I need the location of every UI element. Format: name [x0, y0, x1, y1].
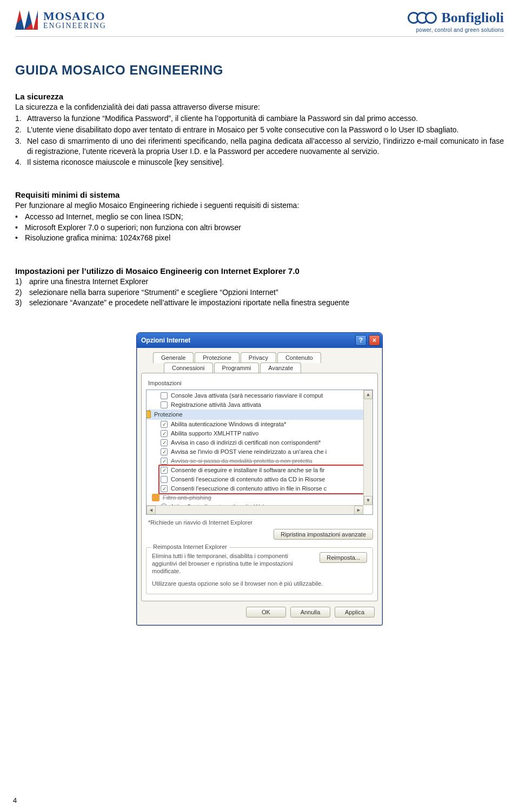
- logo-line2: ENGINEERING: [43, 22, 107, 30]
- cancel-button[interactable]: Annulla: [290, 607, 330, 618]
- apply-button[interactable]: Applica: [335, 607, 375, 618]
- tab-protezione[interactable]: Protezione: [195, 352, 239, 363]
- list-item[interactable]: Consenti l'esecuzione di contenuto attiv…: [161, 484, 370, 493]
- requirements-item: Risoluzione grafica minima: 1024x768 pix…: [15, 233, 504, 244]
- section-requirements: Requisiti minimi di sistema Per funziona…: [15, 190, 504, 244]
- reset-legend: Reimposta Internet Explorer: [151, 543, 229, 550]
- security-item-1: Attraverso la funzione “Modifica Passwor…: [27, 113, 504, 124]
- bonfiglioli-rings-icon: [411, 12, 437, 24]
- requirements-lead: Per funzionare al meglio Mosaico Enginee…: [15, 200, 504, 211]
- tab-contenuto[interactable]: Contenuto: [277, 352, 321, 363]
- list-item[interactable]: Console Java attivata (sarà necessario r…: [161, 391, 370, 400]
- close-button[interactable]: ×: [369, 335, 380, 346]
- settings-group-label: Impostazioni: [148, 380, 373, 386]
- section-security: La sicurezza La sicurezza e la confidenz…: [15, 92, 504, 167]
- scroll-right-icon[interactable]: ►: [354, 506, 363, 515]
- requirements-item: Accesso ad Internet, meglio se con linea…: [15, 212, 504, 223]
- lock-icon: [146, 411, 151, 418]
- tab-panel-avanzate: Impostazioni Console Java attivata (sarà…: [141, 373, 378, 601]
- page-number: 4: [13, 796, 17, 804]
- logo-mosaico: MOSAICO ENGINEERING: [15, 10, 107, 30]
- checkbox-icon[interactable]: [161, 401, 168, 408]
- list-section-phishing: Filtro anti-phishing: [152, 493, 370, 502]
- ok-button[interactable]: OK: [246, 607, 286, 618]
- reset-ie-group: Reimposta Internet Explorer Elimina tutt…: [146, 547, 373, 594]
- security-item-2: L’utente viene disabilitato dopo aver te…: [27, 125, 504, 135]
- dialog-titlebar: Opzioni Internet ? ×: [137, 333, 382, 348]
- tab-privacy[interactable]: Privacy: [241, 352, 276, 363]
- checkbox-icon[interactable]: [161, 439, 168, 446]
- internet-options-dialog: Opzioni Internet ? × Generale Protezione…: [136, 332, 383, 626]
- checkbox-icon[interactable]: [161, 485, 168, 492]
- checkbox-icon[interactable]: [161, 392, 168, 399]
- reset-text-1: Elimina tutti i file temporanei, disabil…: [152, 552, 313, 575]
- list-item[interactable]: Consente di eseguire e installare il sof…: [161, 466, 370, 475]
- tab-connessioni[interactable]: Connessioni: [164, 363, 213, 373]
- settings-step-3: selezionare “Avanzate” e procedete nell’…: [29, 298, 349, 308]
- page-header: MOSAICO ENGINEERING Bonfiglioli power, c…: [15, 10, 504, 37]
- scroll-left-icon[interactable]: ◄: [147, 506, 156, 515]
- help-button[interactable]: ?: [355, 335, 367, 346]
- list-item[interactable]: Avvisa se l'invio di POST viene reindiri…: [161, 447, 370, 457]
- checkbox-icon[interactable]: [161, 467, 168, 474]
- checkbox-icon[interactable]: [161, 430, 168, 437]
- scroll-down-icon[interactable]: ▼: [364, 496, 372, 505]
- reset-text-2: Utilizzare questa opzione solo se il bro…: [152, 580, 367, 587]
- security-heading: La sicurezza: [15, 92, 504, 101]
- scroll-up-icon[interactable]: ▲: [364, 390, 372, 399]
- security-item-4: Il sistema riconosce maiuscole e minusco…: [27, 157, 504, 167]
- list-section-protezione: Protezione: [146, 410, 373, 420]
- checkbox-icon[interactable]: [161, 421, 168, 428]
- requirements-heading: Requisiti minimi di sistema: [15, 190, 504, 199]
- vertical-scrollbar[interactable]: ▲ ▼: [363, 390, 372, 505]
- list-item[interactable]: Consenti l'esecuzione di contenuto attiv…: [161, 475, 370, 484]
- advanced-settings-list: Console Java attivata (sarà necessario r…: [146, 390, 373, 515]
- restore-defaults-button[interactable]: Ripristina impostazioni avanzate: [274, 529, 373, 540]
- list-item[interactable]: Registrazione attività Java attivata: [161, 400, 370, 410]
- logo-brand: Bonfiglioli: [441, 10, 504, 26]
- settings-step-1: aprire una finestra Internet Explorer: [29, 277, 148, 287]
- section-settings: Impostazioni per l’utilizzo di Mosaico E…: [15, 266, 504, 308]
- logo-line1: MOSAICO: [43, 10, 107, 22]
- horizontal-scrollbar[interactable]: ◄ ►: [147, 505, 363, 514]
- requirements-item: Microsoft Explorer 7.0 o superiori; non …: [15, 223, 504, 233]
- security-item-3: Nel caso di smarrimento di uno dei rifer…: [27, 136, 504, 157]
- checkbox-icon[interactable]: [161, 448, 168, 455]
- dialog-title: Opzioni Internet: [141, 337, 190, 344]
- tab-programmi[interactable]: Programmi: [214, 363, 260, 373]
- tab-generale[interactable]: Generale: [153, 352, 194, 363]
- tab-avanzate[interactable]: Avanzate: [260, 363, 301, 374]
- checkbox-icon[interactable]: [161, 476, 168, 483]
- mosaico-mark-icon: [15, 10, 38, 30]
- restart-note: *Richiede un riavvio di Internet Explore…: [148, 519, 373, 526]
- list-item[interactable]: Avvisa se si passa da modalità protetta …: [161, 457, 370, 466]
- document-title: GUIDA MOSAICO ENGINEERING: [15, 63, 504, 78]
- category-icon: [152, 494, 159, 501]
- reset-button[interactable]: Reimposta...: [320, 552, 367, 563]
- security-lead: La sicurezza e la confidenzialità dei da…: [15, 102, 504, 112]
- settings-step-2: selezionare nella barra superiore “Strum…: [29, 287, 278, 298]
- list-item[interactable]: Avvisa in caso di indirizzi di certifica…: [161, 438, 370, 447]
- logo-tagline: power, control and green solutions: [411, 27, 504, 33]
- logo-bonfiglioli: Bonfiglioli power, control and green sol…: [411, 10, 504, 33]
- settings-heading: Impostazioni per l’utilizzo di Mosaico E…: [15, 266, 504, 276]
- list-item[interactable]: Abilita autenticazione Windows di integr…: [161, 420, 370, 429]
- checkbox-icon[interactable]: [161, 458, 168, 465]
- list-item[interactable]: Abilita supporto XMLHTTP nativo: [161, 429, 370, 438]
